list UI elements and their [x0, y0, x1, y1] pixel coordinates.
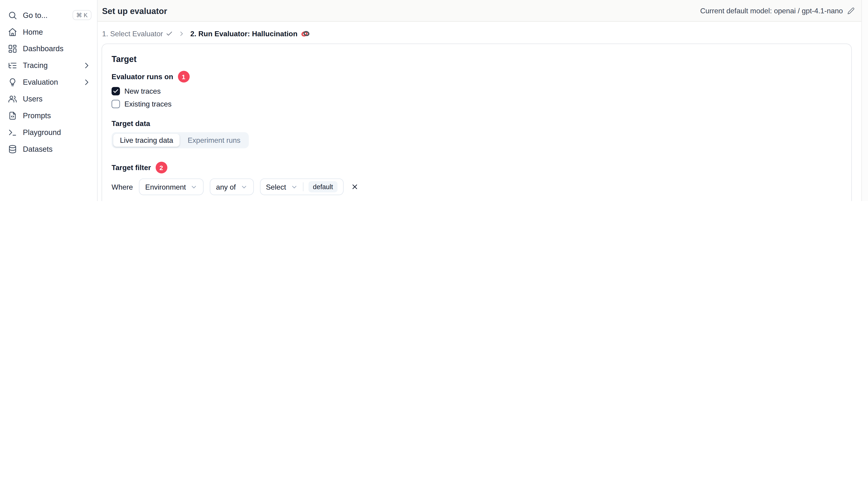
breadcrumb-step-1-label: 1. Select Evaluator [102, 30, 163, 38]
datasets-icon [8, 144, 17, 154]
checkbox-box[interactable] [112, 100, 120, 108]
default-model-label: Current default model: openai / gpt-4.1-… [700, 6, 843, 15]
sidebar-item-label: Tracing [23, 61, 48, 69]
home-icon [8, 27, 17, 36]
remove-filter-button[interactable] [351, 183, 359, 191]
filter-operator-value: any of [216, 183, 236, 191]
checkbox-existing-traces[interactable]: Existing traces [112, 100, 843, 108]
evaluator-runs-on-label: Evaluator runs on [112, 72, 174, 81]
sidebar-item-home[interactable]: Home [0, 24, 97, 40]
sidebar-item-playground[interactable]: Playground [0, 124, 97, 140]
playground-icon [8, 127, 17, 137]
breadcrumb: 1. Select Evaluator 2. Run Evaluator: Ha… [98, 22, 868, 43]
sidebar-nav: HomeDashboardsTracingEvaluationUsersProm… [0, 24, 97, 157]
sidebar-item-label: Evaluation [23, 78, 58, 86]
filter-where-label: Where [112, 183, 133, 191]
chevron-right-icon [82, 77, 91, 87]
filter-value-chip[interactable]: default [308, 181, 337, 193]
sidebar-item-label: Datasets [23, 144, 53, 153]
chevron-right-icon [82, 61, 91, 70]
sidebar-item-dashboards[interactable]: Dashboards [0, 40, 97, 57]
prompts-icon [8, 111, 17, 120]
checkbox-new-traces[interactable]: New traces [112, 87, 843, 95]
main-content: Set up evaluator Current default model: … [98, 0, 868, 201]
sidebar-item-label: Playground [23, 128, 61, 136]
target-filter-label: Target filter [112, 163, 151, 172]
filter-column-select[interactable]: Environment [139, 178, 204, 195]
sidebar-item-datasets[interactable]: Datasets [0, 140, 97, 157]
sidebar-item-label: Home [23, 28, 43, 36]
search-icon [8, 10, 17, 20]
sidebar-item-label: Dashboards [23, 44, 64, 53]
evaluator-runs-on-options: New tracesExisting traces [112, 87, 843, 108]
ragas-knot-icon [301, 29, 310, 38]
chevron-down-icon [240, 183, 248, 191]
sidebar-item-users[interactable]: Users [0, 91, 97, 107]
edit-pencil-icon[interactable] [847, 7, 855, 14]
breadcrumb-step-2[interactable]: 2. Run Evaluator: Hallucination [190, 29, 310, 38]
users-icon [8, 94, 17, 103]
step-badge-2: 2 [155, 162, 167, 173]
target-data-label: Target data [112, 119, 843, 128]
breadcrumb-step-1[interactable]: 1. Select Evaluator [102, 30, 173, 38]
sidebar-item-evaluation[interactable]: Evaluation [0, 74, 97, 91]
target-card: Target Evaluator runs on 1 New tracesExi… [101, 43, 852, 201]
sidebar-item-label: Users [23, 95, 43, 103]
filter-value-placeholder: Select [266, 183, 286, 191]
filter-row: Where Environment any of Select [112, 178, 843, 195]
sidebar: Go to... ⌘ K HomeDashboardsTracingEvalua… [0, 0, 98, 201]
filter-value-select[interactable]: Select default [260, 178, 343, 195]
tab-live-tracing-data[interactable]: Live tracing data [113, 134, 180, 147]
filter-column-value: Environment [145, 183, 186, 191]
topbar: Set up evaluator Current default model: … [98, 0, 868, 22]
default-model: Current default model: openai / gpt-4.1-… [700, 6, 855, 15]
chevron-down-icon [190, 183, 198, 191]
divider [303, 182, 303, 191]
goto-label: Go to... [23, 11, 48, 19]
tab-experiment-runs[interactable]: Experiment runs [181, 134, 247, 147]
page-title: Set up evaluator [102, 6, 167, 15]
target-heading: Target [112, 54, 843, 64]
sidebar-item-goto[interactable]: Go to... ⌘ K [0, 7, 97, 24]
step-badge-1: 1 [178, 71, 189, 83]
goto-shortcut-kbd: ⌘ K [72, 10, 92, 20]
breadcrumb-step-2-label: 2. Run Evaluator: Hallucination [190, 30, 298, 38]
sidebar-item-tracing[interactable]: Tracing [0, 57, 97, 74]
page-scrollbar[interactable] [861, 0, 868, 201]
chevron-right-icon [178, 30, 185, 37]
check-icon [166, 30, 173, 37]
dashboard-icon [8, 44, 17, 53]
sidebar-item-label: Prompts [23, 111, 51, 120]
checkbox-label: Existing traces [124, 100, 172, 108]
checkbox-box[interactable] [112, 87, 120, 95]
evaluation-icon [8, 77, 17, 87]
target-data-tabs: Live tracing dataExperiment runs [112, 132, 249, 148]
checkbox-label: New traces [124, 87, 161, 95]
filter-operator-select[interactable]: any of [210, 178, 254, 195]
chevron-down-icon [290, 183, 298, 191]
tracing-icon [8, 61, 17, 70]
sidebar-item-prompts[interactable]: Prompts [0, 107, 97, 124]
app-root: Go to... ⌘ K HomeDashboardsTracingEvalua… [0, 0, 868, 201]
